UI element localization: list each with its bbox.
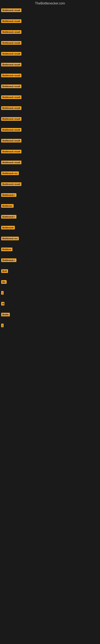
- bottleneck-badge[interactable]: Bottle: [1, 313, 10, 316]
- bottleneck-badge[interactable]: Bottleneck result: [1, 19, 21, 23]
- list-item: Bottleneck r: [1, 258, 99, 262]
- bottleneck-badge[interactable]: Bottleneck r: [1, 215, 16, 218]
- list-item: Bottleneck result: [1, 160, 99, 164]
- list-item: Bottleneck res: [1, 172, 99, 175]
- bottleneck-badge[interactable]: Bottleneck result: [1, 139, 21, 142]
- list-item: Bottleneck: [1, 226, 99, 230]
- list-item: B: [1, 302, 99, 306]
- list-item: Bottleneck result: [1, 8, 99, 12]
- bottleneck-badge[interactable]: Bottleneck result: [1, 84, 21, 88]
- list-item: Bottleneck result: [1, 19, 99, 23]
- bottleneck-badge[interactable]: Bottlenec: [1, 204, 14, 208]
- list-item: Bottleneck result: [1, 117, 99, 121]
- bottleneck-badge[interactable]: Bottleneck result: [1, 128, 21, 132]
- list-item: Bottleneck result: [1, 52, 99, 56]
- bottleneck-badge[interactable]: Bottleneck result: [1, 8, 21, 12]
- site-title: TheBottlenecker.com: [0, 0, 100, 7]
- bottleneck-badge[interactable]: Bottleneck result: [1, 41, 21, 45]
- bottleneck-badge[interactable]: Bottleneck result: [1, 63, 21, 66]
- list-item: Bottlene: [1, 248, 99, 251]
- bottleneck-badge[interactable]: Bottleneck result: [1, 96, 21, 99]
- bottleneck-badge[interactable]: Bottleneck: [1, 226, 15, 230]
- list-item: Bottleneck result: [1, 106, 99, 110]
- bottleneck-badge[interactable]: Bottleneck result: [1, 150, 21, 153]
- bottleneck-badge[interactable]: Bott: [1, 269, 8, 273]
- list-item: Bottleneck result: [1, 96, 99, 99]
- list-item: Bottle: [1, 313, 99, 316]
- bottleneck-badge[interactable]: Bottleneck r: [1, 193, 16, 197]
- bottleneck-badge[interactable]: Bottleneck result: [1, 30, 21, 34]
- bottleneck-badge[interactable]: Bottleneck res: [1, 237, 19, 240]
- bottleneck-badge[interactable]: Bottleneck result: [1, 182, 21, 186]
- bottleneck-badge[interactable]: Bottleneck res: [1, 172, 19, 175]
- list-item: Bottleneck result: [1, 182, 99, 186]
- bottleneck-badge[interactable]: Bottleneck result: [1, 160, 21, 164]
- bottleneck-badge[interactable]: B: [1, 302, 4, 306]
- list-item: Bottleneck r: [1, 193, 99, 197]
- list-item: |: [1, 324, 99, 327]
- list-item: Bottleneck result: [1, 63, 99, 66]
- bottleneck-badge[interactable]: Bottleneck result: [1, 106, 21, 110]
- list-item: Bottleneck res: [1, 237, 99, 240]
- bottleneck-badge[interactable]: Bottleneck r: [1, 258, 16, 262]
- bottleneck-badge[interactable]: |: [1, 291, 3, 295]
- bottleneck-badge[interactable]: Bottlene: [1, 248, 12, 251]
- list-item: Bo: [1, 280, 99, 284]
- list-item: Bottleneck result: [1, 74, 99, 77]
- list-item: Bottleneck result: [1, 150, 99, 153]
- bottleneck-badge[interactable]: Bottleneck result: [1, 74, 21, 77]
- list-item: Bott: [1, 269, 99, 273]
- list-item: Bottleneck result: [1, 128, 99, 132]
- list-item: Bottleneck result: [1, 84, 99, 88]
- list-item: Bottleneck result: [1, 30, 99, 34]
- list-item: Bottleneck r: [1, 215, 99, 218]
- bottleneck-badge[interactable]: Bottleneck result: [1, 117, 21, 121]
- bottleneck-badge[interactable]: Bo: [1, 280, 7, 284]
- items-container: Bottleneck resultBottleneck resultBottle…: [0, 7, 100, 334]
- list-item: Bottlenec: [1, 204, 99, 208]
- bottleneck-badge[interactable]: |: [1, 324, 3, 327]
- list-item: Bottleneck result: [1, 139, 99, 142]
- list-item: |: [1, 291, 99, 295]
- list-item: Bottleneck result: [1, 41, 99, 45]
- bottleneck-badge[interactable]: Bottleneck result: [1, 52, 21, 56]
